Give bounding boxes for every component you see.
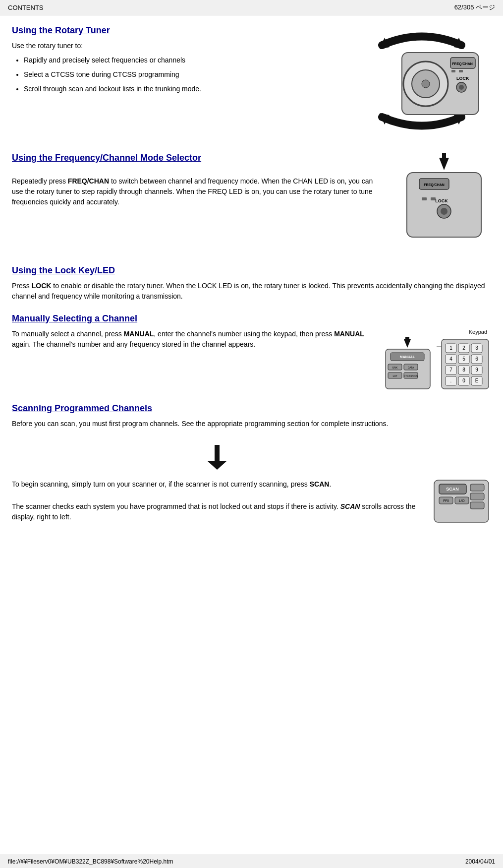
svg-point-22 — [441, 208, 447, 215]
svg-rect-24 — [431, 197, 436, 200]
svg-rect-14 — [459, 70, 463, 72]
manual-channel-title[interactable]: Manually Selecting a Channel — [12, 313, 491, 324]
svg-rect-64 — [215, 445, 220, 462]
svg-text:PRI: PRI — [443, 499, 449, 502]
scanning-text: To begin scanning, simply turn on your s… — [12, 441, 422, 526]
svg-marker-65 — [207, 461, 227, 470]
rotary-tuner-svg: FREQ/CHAN LOCK — [352, 25, 491, 139]
svg-text:3: 3 — [475, 345, 478, 351]
footer-left: file://¥¥Fileserv0¥OM¥UB322Z_BC898¥Softw… — [8, 858, 173, 865]
lock-key-body: Press LOCK to enable or disable the rota… — [12, 281, 491, 302]
rotary-tuner-bullets: Rapidly and precisely select frequencies… — [24, 55, 344, 94]
scanning-body1: Before you can scan, you must first prog… — [12, 419, 491, 429]
header-left: CONTENTS — [8, 4, 44, 11]
rotary-bullet-3: Scroll through scan and lockout lists in… — [24, 84, 344, 94]
rotary-bullet-2: Select a CTCSS tone during CTCSS program… — [24, 69, 344, 80]
keypad-images: Keypad MANUAL — [383, 329, 491, 391]
freq-channel-text: Using the Frequency/Channel Mode Selecto… — [12, 153, 384, 211]
scan-arrow-svg — [207, 445, 227, 470]
scan-image: SCAN PRI L/O — [432, 475, 491, 526]
page-header: CONTENTS 62/305 ページ — [0, 0, 503, 15]
rotary-tuner-text: Using the Rotary Tuner Use the rotary tu… — [12, 25, 344, 98]
freq-channel-body: Repeatedly press FREQ/CHAN to switch bet… — [12, 176, 384, 207]
svg-point-7 — [422, 80, 430, 88]
keypad-svg: 1 2 3 4 5 — [437, 337, 491, 391]
svg-rect-73 — [470, 484, 484, 491]
svg-text:LOCK: LOCK — [456, 76, 469, 81]
freqchan-svg: FREQ/CHAN LOCK — [392, 153, 491, 252]
lock-key-title[interactable]: Using the Lock Key/LED — [12, 265, 491, 276]
page-footer: file://¥¥Fileserv0¥OM¥UB322Z_BC898¥Softw… — [0, 855, 503, 868]
freq-channel-title[interactable]: Using the Frequency/Channel Mode Selecto… — [12, 153, 384, 163]
section-rotary-tuner: Using the Rotary Tuner Use the rotary tu… — [12, 25, 491, 141]
svg-rect-13 — [451, 70, 455, 72]
svg-text:FREQ/CHAN: FREQ/CHAN — [424, 183, 445, 187]
svg-text:8: 8 — [462, 367, 465, 372]
header-right: 62/305 ページ — [454, 3, 495, 12]
rotary-bullet-1: Rapidly and precisely select frequencies… — [24, 55, 344, 65]
svg-text:1: 1 — [449, 345, 452, 351]
svg-text:DATA: DATA — [408, 366, 414, 369]
section-manual-channel: Manually Selecting a Channel To manually… — [12, 313, 491, 391]
svg-text:0: 0 — [462, 378, 465, 383]
svg-rect-23 — [422, 197, 427, 200]
svg-marker-15 — [439, 158, 449, 170]
svg-text:2: 2 — [462, 345, 465, 351]
scan-svg: SCAN PRI L/O — [432, 475, 491, 525]
svg-rect-75 — [470, 502, 484, 509]
svg-text:LAY: LAY — [392, 374, 397, 377]
scanning-body2: To begin scanning, simply turn on your s… — [12, 479, 422, 490]
svg-text:CTCSS/DCS: CTCSS/DCS — [404, 374, 419, 377]
svg-rect-26 — [405, 337, 409, 341]
svg-text:6: 6 — [475, 356, 478, 362]
keypad-label: Keypad — [469, 329, 487, 335]
scanning-layout: To begin scanning, simply turn on your s… — [12, 441, 491, 526]
section-scanning: Scanning Programmed Channels Before you … — [12, 403, 491, 526]
svg-point-12 — [459, 85, 464, 90]
svg-text:MANUAL: MANUAL — [400, 355, 415, 359]
svg-text:L/O: L/O — [459, 499, 465, 502]
manual-panel-svg: MANUAL UNK DATA LAY CTCSS/DCS — [383, 337, 433, 391]
rotary-tuner-image: FREQ/CHAN LOCK — [352, 25, 491, 141]
footer-right: 2004/04/01 — [465, 858, 495, 865]
rotary-tuner-intro: Use the rotary tuner to: — [12, 41, 344, 51]
manual-channel-layout: To manually select a channel, press MANU… — [12, 329, 491, 391]
freqchan-image: FREQ/CHAN LOCK — [392, 153, 491, 253]
manual-channel-text: To manually select a channel, press MANU… — [12, 329, 373, 354]
svg-text:.: . — [450, 378, 452, 383]
svg-text:UNK: UNK — [392, 366, 398, 369]
scanning-body3: The scanner checks each system you have … — [12, 501, 422, 522]
main-content: Using the Rotary Tuner Use the rotary tu… — [0, 15, 503, 568]
svg-text:FREQ/CHAN: FREQ/CHAN — [452, 62, 473, 66]
section-lock-key: Using the Lock Key/LED Press LOCK to ena… — [12, 265, 491, 302]
svg-text:5: 5 — [462, 356, 465, 362]
svg-rect-16 — [442, 153, 446, 159]
scanning-title[interactable]: Scanning Programmed Channels — [12, 403, 491, 414]
manual-channel-body: To manually select a channel, press MANU… — [12, 329, 373, 350]
svg-text:7: 7 — [449, 367, 452, 372]
svg-text:SCAN: SCAN — [446, 487, 459, 492]
svg-text:9: 9 — [475, 367, 478, 372]
svg-text:4: 4 — [449, 356, 452, 362]
rotary-tuner-title[interactable]: Using the Rotary Tuner — [12, 25, 344, 36]
section-freq-channel: Using the Frequency/Channel Mode Selecto… — [12, 153, 491, 253]
svg-text:LOCK: LOCK — [435, 198, 448, 203]
svg-rect-74 — [470, 493, 484, 500]
svg-text:E: E — [475, 378, 479, 383]
